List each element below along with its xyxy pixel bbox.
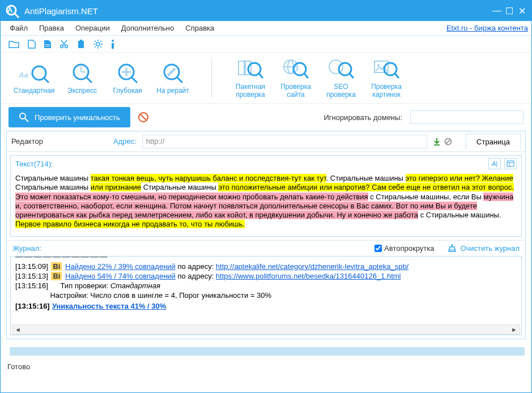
menu-help[interactable]: Справка [180, 24, 220, 32]
window-minimize-button[interactable]: — [491, 6, 503, 16]
journal-row: Настройки: Число слов в шингле = 4, Поро… [11, 291, 521, 300]
journal-row: [13:15:16] Уникальность текста 41% / 30% [11, 300, 521, 311]
mode-rewrite-button[interactable]: На рерайт [150, 62, 195, 95]
svg-line-35 [177, 78, 182, 83]
stop-button[interactable] [138, 112, 148, 122]
svg-line-51 [395, 74, 399, 78]
mode-standard-label: Стандартная [14, 87, 55, 95]
work-area: Редактор Адрес: Страница Текст(714): A| … [6, 131, 526, 339]
svg-line-18 [100, 41, 101, 42]
svg-point-49 [377, 64, 380, 66]
svg-text:Aa: Aa [19, 71, 28, 79]
journal-url-link[interactable]: http://aptekalife.net/category/dzhenerik… [216, 262, 408, 271]
menu-extras[interactable]: Дополнительно [116, 24, 180, 32]
journal-found-link[interactable]: Найдено 22% / 39% совпадений [65, 262, 176, 271]
toolbar-separator [211, 58, 212, 98]
svg-line-39 [259, 74, 263, 78]
svg-line-17 [100, 46, 101, 48]
journal-found-link[interactable]: Найдено 54% / 74% совпадений [65, 272, 176, 280]
page-tab[interactable]: Страница [466, 134, 521, 150]
menubar: Файл Правка Операции Дополнительно Справ… [1, 21, 531, 36]
mode-site-label: Проверка сайта [280, 83, 311, 99]
ignore-domains-input[interactable] [410, 110, 524, 124]
svg-rect-21 [112, 43, 114, 49]
text-editor: Текст(714): A| Стиральные машины такая т… [10, 155, 522, 237]
cut-icon[interactable] [59, 40, 69, 49]
svg-line-34 [168, 69, 175, 76]
svg-rect-57 [507, 161, 514, 166]
etxt-link[interactable]: Etxt.ru - биржа контента [446, 24, 528, 32]
svg-point-6 [65, 45, 68, 48]
toolbar-small [1, 36, 531, 53]
images-icon [373, 58, 399, 80]
scroll-right-icon[interactable]: ► [511, 326, 517, 333]
app-logo-icon: A [4, 3, 20, 19]
mode-images-button[interactable]: Проверка картинок [364, 58, 409, 99]
clear-journal-button[interactable]: Очистить журнал [448, 244, 520, 253]
svg-line-24 [44, 78, 49, 83]
svg-rect-36 [239, 61, 244, 75]
block-icon[interactable] [444, 138, 452, 146]
paste-icon[interactable] [76, 40, 86, 49]
svg-line-44 [304, 74, 308, 78]
address-input[interactable] [142, 135, 427, 148]
journal-url-link[interactable]: https://www.politforums.net/besedka/1316… [216, 272, 401, 280]
autoscroll-input[interactable] [374, 245, 382, 252]
download-icon[interactable] [433, 138, 441, 146]
svg-line-1 [15, 14, 19, 18]
svg-rect-9 [78, 41, 84, 48]
open-file-icon[interactable] [8, 40, 20, 49]
mode-express-label: Экспресс [67, 87, 97, 95]
titlebar: A AntiPlagiarism.NET — ☐ ✕ [1, 1, 531, 21]
mode-express-button[interactable]: Экспресс [59, 62, 105, 95]
check-uniqueness-button[interactable]: Проверить уникальность [8, 107, 130, 127]
status-text: Готово [7, 362, 30, 371]
mode-deep-button[interactable]: Глубокая [105, 62, 150, 95]
broom-icon [448, 244, 457, 252]
status-text-row: Готово [1, 361, 531, 373]
window-maximize-button[interactable]: ☐ [503, 6, 516, 16]
autoscroll-label: Автопрокрутка [384, 244, 434, 253]
actionbar: Проверить уникальность Игнорировать доме… [1, 104, 531, 131]
new-file-icon[interactable] [28, 40, 36, 49]
text-counter-label: Текст(714): [15, 160, 53, 168]
journal-row: [13:15:09] Bi Найдено 22% / 39% совпаден… [11, 262, 521, 271]
check-button-label: Проверить уникальность [35, 113, 120, 122]
editor-header: Редактор Адрес: Страница [7, 131, 525, 152]
layout-icon[interactable] [504, 158, 517, 169]
format-text-icon[interactable]: A| [488, 158, 501, 169]
scroll-left-icon[interactable]: ◄ [15, 326, 21, 333]
mode-batch-label: Пакетная проверка [236, 83, 265, 99]
svg-point-5 [61, 45, 63, 48]
text-content[interactable]: Стиральные машины такая тонкая вещь, чут… [11, 172, 521, 236]
editor-label: Редактор [11, 137, 108, 146]
menu-operations[interactable]: Операции [70, 24, 116, 32]
svg-point-43 [293, 63, 306, 75]
autoscroll-checkbox[interactable]: Автопрокрутка [374, 244, 434, 253]
svg-line-32 [132, 78, 137, 83]
svg-line-53 [25, 118, 28, 122]
toolbar-large: Aa Стандартная Экспресс Глубокая На рера… [1, 53, 531, 104]
menu-edit[interactable]: Правка [33, 24, 70, 32]
mode-rewrite-label: На рерайт [156, 87, 189, 95]
mode-site-button[interactable]: Проверка сайта [273, 58, 318, 99]
journal-horizontal-scrollbar[interactable]: ◄ ► [12, 324, 520, 335]
batch-icon [237, 58, 263, 80]
menu-file[interactable]: Файл [4, 24, 33, 32]
mode-seo-label: SEO проверка [326, 83, 356, 99]
window-close-button[interactable]: ✕ [516, 6, 528, 16]
save-file-icon[interactable] [44, 40, 52, 49]
uniqueness-result-link[interactable]: Уникальность текста 41% / 30% [52, 302, 167, 310]
mode-batch-button[interactable]: Пакетная проверка [228, 58, 273, 99]
app-title: AntiPlagiarism.NET [24, 6, 491, 16]
mode-seo-button[interactable]: SEO проверка [318, 58, 364, 99]
info-icon[interactable] [110, 40, 115, 49]
svg-point-20 [112, 40, 114, 42]
settings-icon[interactable] [93, 40, 103, 49]
mode-images-label: Проверка картинок [371, 83, 402, 99]
journal-row: [13:15:16] Тип проверки: Стандартная [11, 281, 521, 291]
svg-rect-10 [80, 40, 82, 41]
seo-icon [328, 58, 354, 80]
journal-row: [13:15:13] Bi Найдено 54% / 74% совпаден… [11, 271, 521, 281]
mode-standard-button[interactable]: Aa Стандартная [8, 62, 59, 95]
